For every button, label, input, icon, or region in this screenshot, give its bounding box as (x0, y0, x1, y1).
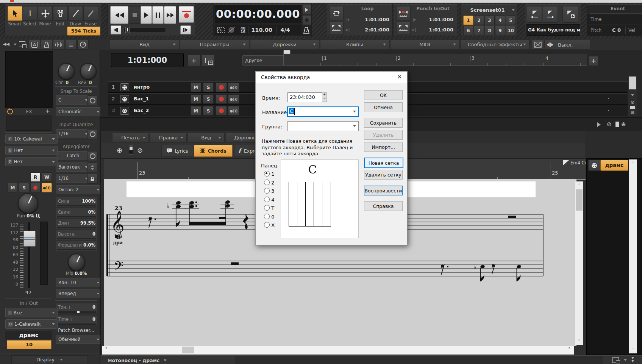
loop-start-field[interactable]: |▸ 1:01:000 (345, 15, 390, 24)
screenset-6-button[interactable]: 6 (463, 26, 473, 35)
play-button[interactable] (141, 6, 152, 24)
menu-midi[interactable]: MIDI (390, 39, 459, 50)
chord-name-combo[interactable]: C (287, 107, 359, 117)
tab-menu-icon[interactable] (624, 359, 627, 361)
ruler-zoom-add-button[interactable]: + (589, 56, 598, 66)
dock-windows-icon[interactable] (19, 41, 25, 47)
vscroll-thumb[interactable] (629, 77, 636, 89)
delete-button[interactable]: Удалить (364, 130, 403, 140)
collapse-inspector-icon[interactable]: ◀◀ (3, 42, 9, 47)
reverb-knob[interactable] (80, 63, 97, 80)
close-icon[interactable]: ✕ (397, 73, 402, 80)
time-field[interactable]: 23:04:030 (287, 92, 323, 102)
staff-zoom-in-icon[interactable]: ⊕ (117, 146, 122, 154)
bank-dropdown[interactable]: BНет (5, 146, 58, 155)
edit-tool-button[interactable] (53, 6, 68, 21)
punch-out-field[interactable]: ▸| 1:01:000 (412, 25, 454, 34)
track-record-button[interactable] (216, 106, 227, 116)
next-marker-button[interactable] (543, 6, 558, 23)
input-echo-button[interactable]: ●))) (42, 183, 52, 192)
staff-track-button[interactable]: драмс (600, 160, 628, 171)
staff-vscrollbar[interactable]: ˄ ˅ (575, 181, 583, 345)
hscroll-play-icon[interactable] (597, 122, 601, 127)
scroll-down-icon[interactable]: ˅ (575, 339, 583, 344)
screenset-8-button[interactable]: 8 (484, 26, 495, 35)
fx-add-icon[interactable]: + (45, 108, 50, 115)
screenset-7-button[interactable]: 7 (474, 26, 484, 35)
screenset-10-button[interactable]: 10 (506, 26, 516, 35)
loop-end-field[interactable]: ▸| 2:01:000 (345, 25, 390, 34)
play-chord-button[interactable]: Воспроизвести (364, 186, 403, 195)
scroll-right-icon[interactable]: ˃ (568, 347, 570, 352)
meter-value[interactable]: 4/4 (280, 27, 290, 33)
pan-knob[interactable] (18, 193, 38, 214)
rewind-button[interactable] (110, 6, 128, 24)
smart-tool-button[interactable] (8, 6, 22, 21)
menu-clips[interactable]: Клипы (320, 39, 389, 50)
patch-dropdown[interactable]: PНет (5, 157, 58, 166)
input-dropdown[interactable]: IВсе (5, 308, 58, 317)
chord-group-combo[interactable] (287, 121, 359, 131)
metronome-settings-button[interactable] (41, 40, 52, 50)
finger-radio-3[interactable]: 3 (264, 188, 275, 197)
arp-channel-dropdown[interactable]: Кан: 10 (56, 278, 102, 287)
inspector-mute-button[interactable]: M (8, 183, 18, 192)
pause-button[interactable] (152, 6, 164, 24)
punch-toggle-button[interactable] (396, 6, 411, 20)
palette-icon[interactable] (227, 26, 236, 34)
automation-read-button[interactable]: R (30, 172, 41, 182)
delete-grid-button[interactable]: Удалить сетку (364, 170, 403, 180)
scroll-down-icon[interactable]: ˅ (629, 347, 637, 352)
options-menu-button[interactable]: ≡ (65, 40, 77, 50)
hzoom-slider-thumb[interactable] (615, 122, 619, 127)
finger-radio-4[interactable]: 4 (264, 197, 275, 205)
combo-dropdown-icon[interactable] (353, 111, 356, 112)
track-name-view-button[interactable]: A (29, 40, 40, 50)
track-record-button[interactable] (216, 94, 227, 104)
scroll-up-icon[interactable]: ˄ (575, 181, 583, 188)
finger-radio-0[interactable]: 0 (264, 214, 275, 222)
waveform-view-button[interactable] (53, 40, 64, 50)
cancel-button[interactable]: Отмена (364, 102, 403, 112)
screenset-2-button[interactable]: 2 (474, 16, 484, 25)
previous-marker-button[interactable] (527, 6, 542, 23)
sync-chip-icon[interactable] (217, 26, 225, 34)
time-offset-param[interactable]: Time +0 (56, 315, 98, 326)
minimize-view-icon[interactable]: ▼▼ (631, 356, 634, 362)
track-echo-button[interactable]: ●))) (228, 94, 239, 104)
add-track-button[interactable]: + (187, 55, 200, 66)
arp-preset-spinner[interactable] (87, 162, 98, 172)
hzoom-in-icon[interactable]: ⊕ (621, 121, 626, 128)
record-arm-button[interactable] (302, 15, 311, 25)
finger-radio-t[interactable]: T (264, 205, 275, 214)
play-mode-dropdown[interactable]: Обычный (56, 335, 102, 344)
erase-tool-button[interactable] (83, 6, 98, 21)
track-echo-button[interactable]: ●))) (228, 83, 239, 92)
snap-scale-power-button[interactable] (87, 95, 98, 105)
key-offset-param[interactable]: Тон.+0 (56, 303, 98, 314)
timeline-ruler[interactable]: 1 2 3 4 (283, 54, 587, 66)
chord-fretboard-grid[interactable] (289, 182, 331, 227)
dialog-titlebar[interactable]: Свойства аккорда ✕ (256, 72, 407, 83)
screenset-selector[interactable]: Screenset01 (463, 6, 515, 14)
track-mute-button[interactable]: M (191, 94, 201, 104)
record-button[interactable] (179, 6, 194, 23)
marker-name-field[interactable]: G4 Как будто под мел (526, 24, 580, 36)
track-solo-button[interactable]: S (203, 106, 214, 116)
ok-button[interactable]: OK (364, 90, 403, 100)
inspector-dropdown-icon[interactable] (14, 44, 17, 45)
arp-preset-dropdown[interactable]: Заготовк (56, 162, 91, 172)
mix-knob[interactable] (68, 253, 85, 271)
staff-zoom-out-icon[interactable]: ⊘ (137, 146, 143, 154)
staff-menu-edit[interactable]: Правка (150, 133, 187, 142)
fx-power-icon[interactable] (7, 109, 13, 114)
go-to-end-button[interactable] (180, 25, 191, 34)
arp-latch-button[interactable]: Latch (56, 151, 91, 160)
clips-vscrollbar[interactable]: ⊘ ⊕ (628, 76, 637, 116)
chords-button[interactable]: Chords (194, 145, 233, 157)
staff-zoom-slider[interactable] (129, 145, 133, 155)
time-spinner[interactable]: + − (322, 92, 327, 102)
track-mute-button[interactable]: M (191, 83, 201, 92)
draw-tool-button[interactable] (68, 6, 83, 21)
now-position-field[interactable]: 1:01:000 (111, 53, 184, 67)
